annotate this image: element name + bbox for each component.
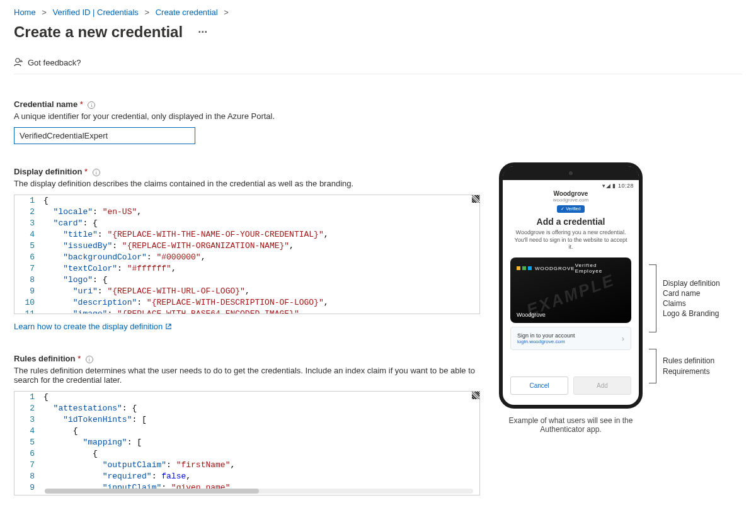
rules-definition-help: The rules definition determines what the… [14, 366, 480, 385]
chevron-right-icon: > [42, 8, 47, 17]
chevron-right-icon: › [622, 334, 624, 343]
breadcrumb: Home > Verified ID | Credentials > Creat… [14, 6, 742, 21]
credential-name-field: Credential name * i A unique identifier … [14, 99, 480, 144]
rules-annotation: Rules definition Requirements [663, 356, 714, 376]
status-time: 10:28 [618, 183, 634, 189]
bracket-icon [649, 349, 656, 383]
breadcrumb-home[interactable]: Home [14, 8, 36, 17]
chevron-right-icon: > [145, 8, 150, 17]
rules-definition-field: Rules definition * i The rules definitio… [14, 354, 480, 495]
sign-in-row[interactable]: Sign in to your account login.woodgrove.… [510, 327, 631, 350]
add-credential-desc: Woodgrove is offering you a new credenti… [514, 229, 627, 251]
learn-link-text: Learn how to create the display definiti… [14, 322, 163, 331]
page-title: Create a new credential ··· [14, 23, 742, 41]
rules-definition-editor[interactable]: 1{2 "attestations": {3 "idTokenHints": [… [14, 391, 480, 495]
card-issuer-text: WOODGROVE [535, 266, 575, 271]
preview-caption: Example of what users will see in the Au… [499, 416, 643, 434]
display-definition-help: The display definition describes the cla… [14, 179, 480, 188]
bracket-icon [649, 264, 656, 332]
display-definition-label: Display definition [14, 167, 82, 176]
credential-name-help: A unique identifier for your credential,… [14, 111, 480, 121]
info-icon[interactable]: i [86, 356, 93, 363]
info-icon[interactable]: i [88, 101, 95, 109]
signal-icon: ▾◢ ▮ [602, 183, 616, 189]
display-definition-editor[interactable]: 1{2 "locale": "en-US",3 "card": {4 "titl… [14, 195, 480, 314]
preview-annotations: Display definition Card name Claims Logo… [649, 264, 720, 383]
credential-card: WOODGROVE Verified Employee Woodgrove EX… [510, 258, 631, 323]
phone-statusbar: ▾◢ ▮ 10:28 [503, 180, 639, 190]
display-annotation: Display definition Card name Claims Logo… [663, 278, 720, 319]
sign-in-domain: login.woodgrove.com [517, 339, 575, 344]
horizontal-scrollbar[interactable] [45, 489, 473, 494]
rules-definition-label: Rules definition [14, 354, 76, 363]
phone-preview: ▾◢ ▮ 10:28 Woodgrove woodgrove.com ✓ Ver… [499, 162, 643, 409]
add-button[interactable]: Add [573, 376, 631, 395]
card-role: Verified Employee [575, 263, 625, 274]
command-bar: Got feedback? [14, 46, 742, 74]
external-link-icon [165, 323, 172, 330]
breadcrumb-create-credential[interactable]: Create credential [156, 8, 218, 17]
got-feedback-link[interactable]: Got feedback? [28, 58, 81, 67]
info-icon[interactable]: i [93, 169, 100, 176]
sign-in-title: Sign in to your account [517, 332, 575, 339]
chevron-right-icon: > [224, 8, 229, 17]
learn-display-definition-link[interactable]: Learn how to create the display definiti… [14, 322, 172, 331]
add-credential-title: Add a credential [514, 217, 627, 227]
required-asterisk: * [84, 167, 88, 176]
card-footer: Woodgrove [517, 312, 546, 318]
more-button[interactable]: ··· [198, 26, 207, 39]
credential-name-label: Credential name [14, 99, 77, 109]
feedback-icon [14, 57, 24, 67]
verified-badge: ✓ Verified [557, 205, 584, 213]
display-definition-field: Display definition * i The display defin… [14, 167, 480, 331]
required-asterisk: * [77, 354, 81, 363]
resize-handle-icon[interactable] [472, 195, 479, 203]
resize-handle-icon[interactable] [472, 392, 479, 399]
required-asterisk: * [80, 99, 83, 109]
page-title-text: Create a new credential [14, 23, 183, 41]
cancel-button[interactable]: Cancel [510, 376, 568, 395]
svg-point-0 [16, 59, 20, 62]
breadcrumb-verified-id[interactable]: Verified ID | Credentials [53, 8, 139, 17]
issuer-domain: woodgrove.com [514, 197, 627, 203]
issuer-name: Woodgrove [514, 190, 627, 197]
phone-speaker [503, 166, 639, 180]
credential-name-input[interactable] [14, 127, 195, 144]
card-logo: WOODGROVE [517, 263, 575, 274]
